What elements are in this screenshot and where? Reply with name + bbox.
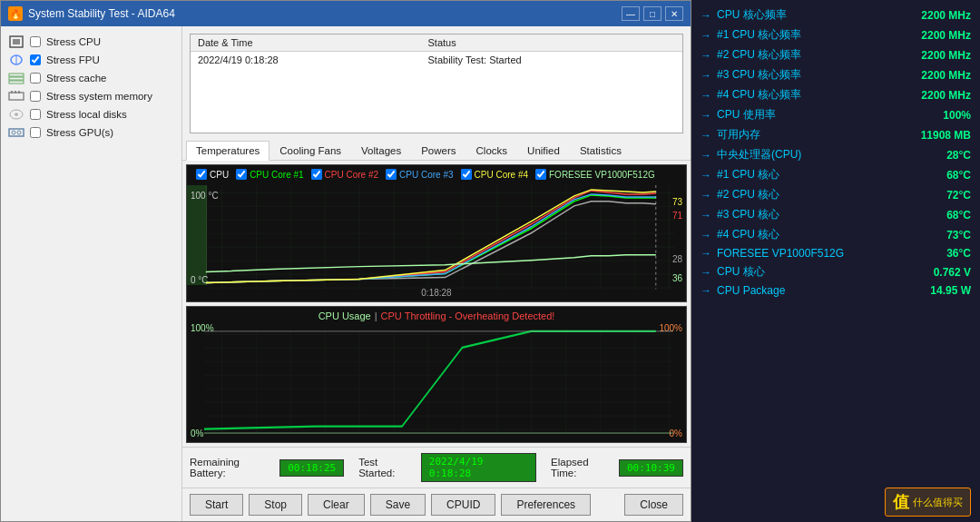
svg-rect-6 (9, 81, 24, 84)
usage-chart: CPU Usage | CPU Throttling - Overheating… (186, 306, 687, 444)
cpuid-button[interactable]: CPUID (431, 494, 495, 516)
legend-core3-label: CPU Core #3 (399, 170, 453, 180)
window-title: System Stability Test - AIDA64 (28, 7, 175, 20)
metrics-panel: → CPU 核心频率 2200 MHz → #1 CPU 核心频率 2200 M… (691, 0, 980, 522)
metric-core3-temp: → #3 CPU 核心 68°C (701, 205, 971, 224)
stress-local-checkbox[interactable] (30, 109, 41, 120)
metric-core3-freq: → #3 CPU 核心频率 2200 MHz (701, 65, 971, 84)
arrow-cpu-voltage: → (701, 266, 711, 279)
memory-icon (8, 90, 24, 103)
svg-point-15 (17, 131, 21, 134)
name-core3-freq: #3 CPU 核心频率 (717, 67, 916, 83)
metric-core1-freq: → #1 CPU 核心频率 2200 MHz (701, 25, 971, 44)
legend-cpu-checkbox[interactable] (196, 169, 207, 180)
sidebar-item-stress-gpu[interactable]: Stress GPU(s) (5, 124, 178, 141)
window-content: Stress CPU Stress FPU Stress cache Stres… (1, 26, 691, 521)
charts-container: CPU CPU Core #1 CPU Core #2 CPU Cor (182, 161, 691, 447)
label-28: 28 (672, 254, 682, 264)
legend-foresee-checkbox[interactable] (535, 169, 546, 180)
legend-core4-checkbox[interactable] (461, 169, 472, 180)
arrow-cpu-freq: → (701, 9, 711, 22)
remaining-label: Remaining Battery: (190, 457, 274, 478)
arrow-cpu-power: → (701, 284, 711, 297)
maximize-button[interactable]: □ (643, 6, 662, 21)
arrow-core1-temp: → (701, 169, 711, 182)
stress-memory-checkbox[interactable] (30, 91, 41, 102)
tab-statistics[interactable]: Statistics (570, 141, 632, 160)
stress-memory-label: Stress system memory (46, 91, 152, 102)
arrow-core2-freq: → (701, 49, 711, 62)
sidebar-item-stress-fpu[interactable]: Stress FPU (5, 52, 178, 68)
stop-button[interactable]: Stop (249, 494, 302, 516)
sidebar-item-stress-cpu[interactable]: Stress CPU (5, 34, 178, 50)
stress-fpu-checkbox[interactable] (30, 54, 41, 65)
close-window-button[interactable]: ✕ (665, 6, 683, 21)
title-bar-controls: — □ ✕ (622, 6, 683, 21)
legend-cpu-label: CPU (210, 170, 229, 180)
cpu-icon (8, 35, 24, 48)
clear-button[interactable]: Clear (308, 494, 365, 516)
arrow-core2-temp: → (701, 189, 711, 202)
legend-cpu: CPU (196, 169, 229, 180)
tab-powers[interactable]: Powers (411, 141, 466, 160)
temp-chart-svg (187, 165, 686, 301)
stress-cache-label: Stress cache (46, 73, 106, 84)
name-core2-temp: #2 CPU 核心 (717, 187, 941, 202)
svg-rect-5 (9, 77, 24, 80)
arrow-core4-freq: → (701, 89, 711, 102)
start-button[interactable]: Start (190, 494, 243, 516)
name-cpu-freq: CPU 核心频率 (717, 7, 916, 23)
tab-cooling-fans[interactable]: Cooling Fans (270, 141, 351, 160)
name-core1-temp: #1 CPU 核心 (717, 167, 941, 182)
arrow-cpu-temp: → (701, 149, 711, 162)
log-datetime: 2022/4/19 0:18:28 (191, 52, 421, 69)
legend-core2-checkbox[interactable] (311, 169, 322, 180)
stress-cache-checkbox[interactable] (30, 73, 41, 84)
legend-core1-label: CPU Core #1 (250, 170, 303, 180)
tab-unified[interactable]: Unified (517, 141, 570, 160)
minimize-button[interactable]: — (622, 6, 640, 21)
sidebar-item-stress-cache[interactable]: Stress cache (5, 70, 178, 86)
tab-voltages[interactable]: Voltages (351, 141, 411, 160)
legend-core3: CPU Core #3 (386, 169, 453, 180)
cache-icon (8, 72, 24, 84)
title-bar-left: 🔥 System Stability Test - AIDA64 (8, 6, 175, 21)
legend-core4-label: CPU Core #4 (475, 170, 528, 180)
value-cpu-freq: 2200 MHz (921, 9, 971, 22)
value-core3-temp: 68°C (946, 209, 971, 222)
name-core3-temp: #3 CPU 核心 (717, 207, 941, 222)
close-button[interactable]: Close (624, 494, 683, 516)
name-cpu-temp: 中央处理器(CPU) (717, 147, 941, 163)
started-label: Test Started: (358, 457, 416, 478)
right-content: Date & Time Status 2022/4/19 0:18:28 Sta… (182, 26, 691, 521)
label-72: 71 (672, 211, 682, 221)
name-cpu-usage: CPU 使用率 (717, 107, 937, 123)
metric-core2-temp: → #2 CPU 核心 72°C (701, 185, 971, 204)
legend-core2-label: CPU Core #2 (325, 170, 378, 180)
stress-cpu-checkbox[interactable] (30, 36, 41, 47)
stress-gpu-checkbox[interactable] (30, 127, 41, 138)
gpu-icon (8, 126, 24, 139)
value-core4-temp: 73°C (946, 229, 971, 241)
arrow-cpu-usage: → (701, 109, 711, 122)
log-table: Date & Time Status 2022/4/19 0:18:28 Sta… (190, 34, 683, 133)
sidebar-item-stress-local[interactable]: Stress local disks (5, 106, 178, 123)
tabs-bar: Temperatures Cooling Fans Voltages Power… (182, 141, 691, 161)
log-row: 2022/4/19 0:18:28 Stability Test: Starte… (191, 52, 682, 69)
value-core2-freq: 2200 MHz (921, 49, 971, 62)
sidebar-item-stress-memory[interactable]: Stress system memory (5, 88, 178, 104)
value-memory: 11908 MB (921, 129, 971, 142)
watermark-text: 什么值得买 (913, 496, 963, 509)
legend-core1-checkbox[interactable] (236, 169, 247, 180)
legend-foresee-label: FORESEE VP1000F512G (549, 170, 655, 180)
tab-clocks[interactable]: Clocks (466, 141, 518, 160)
save-button[interactable]: Save (370, 494, 426, 516)
metric-cpu-freq: → CPU 核心频率 2200 MHz (701, 5, 971, 25)
preferences-button[interactable]: Preferences (501, 494, 591, 516)
svg-rect-9 (15, 91, 16, 94)
legend-core3-checkbox[interactable] (386, 169, 397, 180)
temp-chart: CPU CPU Core #1 CPU Core #2 CPU Cor (186, 164, 687, 302)
svg-rect-10 (18, 91, 20, 94)
tab-temperatures[interactable]: Temperatures (186, 141, 270, 161)
legend-foresee: FORESEE VP1000F512G (535, 169, 655, 180)
